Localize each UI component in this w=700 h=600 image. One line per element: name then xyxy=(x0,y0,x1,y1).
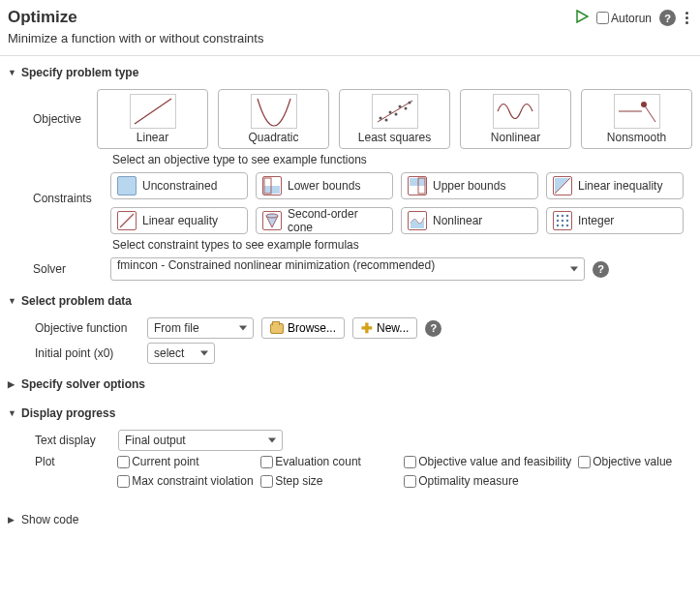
svg-point-6 xyxy=(394,113,397,116)
card-label: Linear xyxy=(137,131,168,144)
chevron-right-icon: ▶ xyxy=(8,379,17,389)
objective-linear[interactable]: Linear xyxy=(97,89,208,149)
section-specify-solver-options[interactable]: ▶ Specify solver options xyxy=(8,372,692,397)
card-label: Lower bounds xyxy=(288,179,360,193)
constraint-linear-inequality[interactable]: Linear inequality xyxy=(546,172,684,199)
check-max-constraint[interactable]: Max constraint violation xyxy=(117,474,260,488)
check-step-size[interactable]: Step size xyxy=(260,474,404,488)
svg-point-28 xyxy=(557,225,559,226)
check-label: Step size xyxy=(275,474,322,488)
select-value: select xyxy=(154,346,184,360)
svg-point-21 xyxy=(266,214,278,218)
section-select-problem-data[interactable]: ▼ Select problem data xyxy=(8,288,692,314)
section-show-code[interactable]: ▶ Show code xyxy=(8,507,692,532)
nonsmooth-icon xyxy=(614,94,660,129)
svg-line-2 xyxy=(378,101,412,122)
button-label: Browse... xyxy=(288,321,336,335)
section-display-progress[interactable]: ▼ Display progress xyxy=(8,401,692,426)
autorun-label: Autorun xyxy=(611,12,652,25)
check-obj-val[interactable]: Objective value xyxy=(578,455,685,468)
check-label: Max constraint violation xyxy=(132,474,253,488)
svg-point-23 xyxy=(562,215,563,217)
plus-icon: ✚ xyxy=(361,320,373,336)
chevron-down-icon: ▼ xyxy=(8,296,17,306)
constraint-second-order-cone[interactable]: Second-order cone xyxy=(256,207,393,234)
constraint-integer[interactable]: Integer xyxy=(546,207,684,234)
svg-line-19 xyxy=(120,214,134,227)
objective-nonlinear[interactable]: Nonlinear xyxy=(460,89,571,149)
card-label: Upper bounds xyxy=(433,179,505,193)
svg-point-9 xyxy=(408,102,411,105)
svg-point-29 xyxy=(562,225,563,226)
text-display-select[interactable]: Final output xyxy=(118,430,283,451)
run-icon[interactable] xyxy=(575,10,589,26)
card-label: Integer xyxy=(578,214,614,227)
svg-point-27 xyxy=(566,220,568,222)
card-label: Nonsmooth xyxy=(607,131,666,144)
upper-bounds-icon xyxy=(408,176,427,195)
card-label: Least squares xyxy=(358,131,431,144)
svg-rect-13 xyxy=(264,186,280,194)
svg-rect-15 xyxy=(410,178,425,186)
new-button[interactable]: ✚ New... xyxy=(352,317,417,339)
solver-select[interactable]: fmincon - Constrained nonlinear minimiza… xyxy=(110,257,585,281)
more-menu-icon[interactable] xyxy=(684,12,690,24)
card-label: Unconstrained xyxy=(142,179,217,193)
folder-icon xyxy=(270,323,284,334)
constraints-hint: Select constraint types to see example f… xyxy=(112,238,692,252)
check-evaluation-count[interactable]: Evaluation count xyxy=(260,455,404,468)
solver-help-icon[interactable]: ? xyxy=(593,261,609,278)
svg-point-26 xyxy=(562,220,563,222)
chevron-right-icon: ▶ xyxy=(8,515,17,525)
constraints-label: Constraints xyxy=(33,172,110,205)
check-optimality[interactable]: Optimality measure xyxy=(404,474,578,488)
initial-point-select[interactable]: select xyxy=(147,343,215,364)
objective-hint: Select an objective type to see example … xyxy=(112,153,692,166)
check-obj-val-feas[interactable]: Objective value and feasibility xyxy=(404,455,578,468)
help-icon[interactable]: ? xyxy=(659,10,676,26)
section-label: Specify solver options xyxy=(21,377,145,391)
svg-line-1 xyxy=(135,99,171,124)
page-title: Optimize xyxy=(8,8,575,27)
check-label: Objective value and feasibility xyxy=(418,455,571,468)
section-label: Specify problem type xyxy=(21,66,138,79)
objective-least-squares[interactable]: Least squares xyxy=(339,89,450,149)
autorun-checkbox[interactable]: Autorun xyxy=(596,12,652,25)
chevron-down-icon: ▼ xyxy=(8,68,17,77)
svg-point-5 xyxy=(388,111,391,114)
linear-equality-icon xyxy=(117,211,137,230)
svg-point-3 xyxy=(379,117,381,120)
check-current-point[interactable]: Current point xyxy=(117,455,260,468)
linear-icon xyxy=(130,94,176,129)
browse-button[interactable]: Browse... xyxy=(261,317,345,339)
objective-function-help-icon[interactable]: ? xyxy=(425,320,441,337)
initial-point-label: Initial point (x0) xyxy=(35,346,139,360)
svg-point-7 xyxy=(398,105,401,108)
lower-bounds-icon xyxy=(262,176,282,195)
page-subtitle: Minimize a function with or without cons… xyxy=(8,31,575,45)
svg-point-8 xyxy=(404,107,407,110)
button-label: New... xyxy=(377,321,409,335)
objective-quadratic[interactable]: Quadratic xyxy=(218,89,329,149)
constraint-linear-equality[interactable]: Linear equality xyxy=(110,207,248,234)
check-label: Evaluation count xyxy=(275,455,361,468)
quadratic-icon xyxy=(251,94,297,129)
card-label: Linear equality xyxy=(142,214,218,227)
objective-nonsmooth[interactable]: Nonsmooth xyxy=(581,89,692,149)
section-label: Show code xyxy=(21,513,78,526)
solver-value: fmincon - Constrained nonlinear minimiza… xyxy=(117,258,435,272)
check-label: Objective value xyxy=(593,455,672,468)
objective-function-select[interactable]: From file xyxy=(147,317,254,339)
constraint-nonlinear[interactable]: Nonlinear xyxy=(401,207,538,234)
constraint-unconstrained[interactable]: Unconstrained xyxy=(110,172,248,199)
section-specify-problem-type[interactable]: ▼ Specify problem type xyxy=(8,60,692,85)
svg-point-25 xyxy=(557,220,559,222)
card-label: Quadratic xyxy=(248,131,298,144)
constraint-upper-bounds[interactable]: Upper bounds xyxy=(401,172,538,199)
select-value: Final output xyxy=(125,434,186,447)
svg-point-4 xyxy=(384,119,387,122)
constraint-lower-bounds[interactable]: Lower bounds xyxy=(256,172,393,199)
card-label: Linear inequality xyxy=(578,179,662,193)
card-label: Nonlinear xyxy=(433,214,482,227)
integer-icon xyxy=(553,211,572,230)
